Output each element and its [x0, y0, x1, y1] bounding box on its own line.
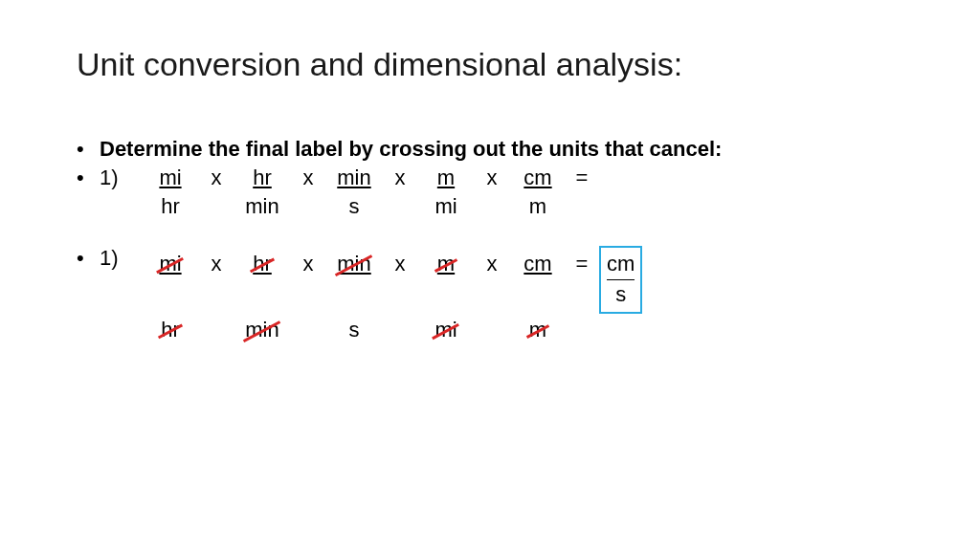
op: x — [197, 252, 235, 276]
problem-row-denom: • . hr x min x s x mi x m — [77, 194, 903, 219]
unit-num-cancelled: min — [337, 252, 370, 276]
problem-row: • 1) mi x hr x min x m x cm = cm s — [77, 246, 903, 314]
op: x — [473, 165, 511, 190]
unit-den: hr — [144, 194, 197, 219]
op: x — [381, 165, 419, 190]
problem-row: • 1) mi x hr x min x m x cm = — [77, 165, 903, 190]
unit-den-cancelled: mi — [434, 318, 457, 342]
unit-num: hr — [235, 165, 289, 190]
instruction-text: Determine the final label by crossing ou… — [100, 137, 722, 162]
answer-box: cm s — [599, 246, 642, 314]
problem-label: 1) — [100, 246, 144, 271]
bullet-icon: • — [77, 246, 100, 271]
unit-num: min — [327, 165, 381, 190]
unit-den: s — [349, 318, 360, 342]
bullet-icon: • — [77, 165, 100, 190]
answer-den: s — [607, 279, 635, 310]
bullet-icon: • — [77, 137, 100, 162]
unit-den-cancelled: min — [245, 318, 278, 342]
instruction-line: • Determine the final label by crossing … — [77, 137, 903, 162]
equals: = — [570, 165, 593, 190]
op: x — [289, 165, 327, 190]
problem-row-denom: • . hr x min x s x mi x m — [77, 318, 903, 342]
unit-den: mi — [419, 194, 473, 219]
op: x — [289, 252, 327, 276]
unit-num-cancelled: mi — [159, 252, 181, 276]
equals: = — [570, 252, 593, 276]
op: x — [473, 252, 511, 276]
unit-den-cancelled: hr — [161, 318, 180, 342]
unit-den: m — [511, 194, 565, 219]
unit-den-cancelled: m — [529, 318, 546, 342]
problem-label: 1) — [100, 165, 144, 190]
op: x — [381, 252, 419, 276]
op: x — [197, 165, 235, 190]
answer-num: cm — [607, 250, 635, 279]
unit-den: min — [235, 194, 289, 219]
unit-num: cm — [523, 252, 551, 276]
unit-num-cancelled: hr — [253, 252, 272, 276]
unit-den: s — [327, 194, 381, 219]
unit-num: m — [419, 165, 473, 190]
unit-num: mi — [144, 165, 197, 190]
unit-num-cancelled: m — [437, 252, 455, 276]
slide-title: Unit conversion and dimensional analysis… — [77, 46, 903, 83]
slide: Unit conversion and dimensional analysis… — [0, 0, 980, 342]
unit-num: cm — [511, 165, 565, 190]
